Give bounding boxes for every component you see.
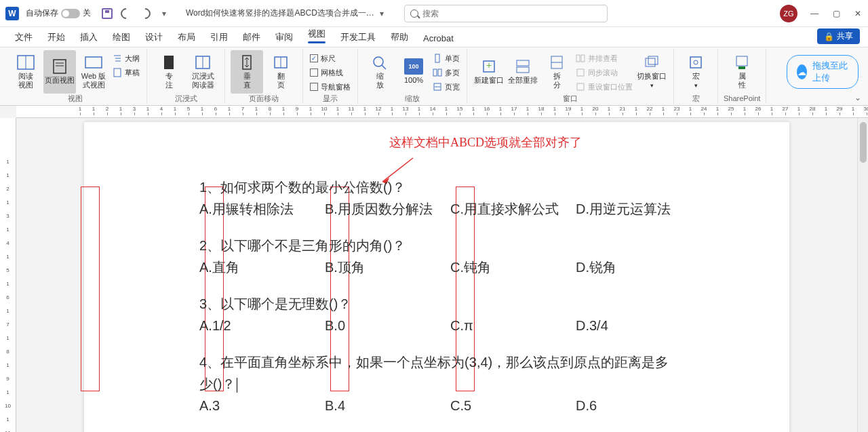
question-text[interactable]: 2、以下哪个不是三角形的内角()？ bbox=[199, 235, 674, 256]
option[interactable]: B.顶角 bbox=[325, 256, 450, 278]
question-text[interactable]: 4、在平面直角坐标系中，如果一个点坐标为(3,4)，那么该点到原点的距离是多少(… bbox=[199, 351, 674, 395]
option[interactable]: D.用逆元运算法 bbox=[576, 198, 671, 220]
option[interactable]: D.3/4 bbox=[576, 315, 608, 336]
tab-view[interactable]: 视图 bbox=[301, 24, 332, 47]
save-button[interactable] bbox=[99, 5, 115, 22]
search-box[interactable] bbox=[404, 5, 608, 22]
switch-window-button[interactable]: 切换窗口▾ bbox=[635, 50, 668, 94]
option[interactable]: A.1/2 bbox=[199, 315, 325, 336]
flip-button[interactable]: 翻 页 bbox=[264, 50, 297, 94]
pagewidth-button[interactable]: 页宽 bbox=[431, 80, 461, 94]
gridlines-checkbox[interactable]: 网格线 bbox=[309, 66, 352, 79]
tab-references[interactable]: 引用 bbox=[203, 28, 235, 47]
group-label: 宏 bbox=[692, 94, 700, 104]
chevron-down-icon: ▾ bbox=[694, 82, 698, 90]
draft-button[interactable]: 草稿 bbox=[111, 66, 141, 79]
share-button[interactable]: 🔒 共享 bbox=[817, 28, 860, 44]
group-label: 缩放 bbox=[405, 94, 420, 104]
vertical-button[interactable]: 垂 直 bbox=[231, 50, 263, 94]
close-button[interactable]: ✕ bbox=[853, 9, 863, 18]
option[interactable]: C.5 bbox=[450, 395, 576, 416]
option[interactable]: C.钝角 bbox=[450, 256, 576, 278]
undo-button[interactable] bbox=[118, 5, 134, 22]
outline-button[interactable]: 大纲 bbox=[111, 52, 141, 65]
immersive-reader-button[interactable]: 沉浸式 阅读器 bbox=[186, 50, 219, 94]
tab-design[interactable]: 设计 bbox=[138, 28, 170, 47]
question-block[interactable]: 1、如何求两个数的最小公倍数()？A.用辗转相除法B.用质因数分解法C.用直接求… bbox=[199, 176, 674, 220]
tab-insert[interactable]: 插入 bbox=[73, 28, 104, 47]
option[interactable]: A.直角 bbox=[199, 256, 325, 278]
group-pagemove: 垂 直 翻 页 页面移动 bbox=[225, 49, 303, 104]
autosave-toggle[interactable] bbox=[61, 9, 80, 18]
ruler-checkbox[interactable]: ✓标尺 bbox=[309, 52, 352, 65]
option[interactable]: B.4 bbox=[325, 395, 450, 416]
option[interactable]: D.锐角 bbox=[576, 256, 616, 278]
svg-line-18 bbox=[382, 65, 386, 69]
question-text[interactable]: 3、以下哪个是无理数()？ bbox=[199, 293, 674, 315]
autosave[interactable]: 自动保存 关 bbox=[26, 7, 91, 19]
tab-home[interactable]: 开始 bbox=[41, 28, 72, 47]
align-box-a bbox=[81, 186, 100, 391]
navpane-checkbox[interactable]: 导航窗格 bbox=[309, 80, 352, 94]
reading-icon bbox=[16, 54, 35, 71]
qat-more[interactable]: ▾ bbox=[156, 5, 172, 22]
split-icon bbox=[547, 54, 566, 71]
reading-view-button[interactable]: 阅读 视图 bbox=[9, 50, 42, 94]
draft-icon bbox=[113, 68, 122, 77]
zoom-button[interactable]: 缩 放 bbox=[363, 50, 396, 94]
option[interactable]: D.6 bbox=[576, 395, 597, 416]
question-text[interactable]: 1、如何求两个数的最小公倍数()？ bbox=[199, 176, 674, 198]
option[interactable]: B.0 bbox=[325, 315, 450, 336]
group-views: 阅读 视图 页面视图 Web 版式视图 大纲 草稿 视图 bbox=[4, 49, 147, 104]
macro-button[interactable]: 宏▾ bbox=[679, 50, 712, 94]
arrange-all-button[interactable]: 全部重排 bbox=[507, 50, 539, 94]
document-page[interactable]: 这样文档中ABCD选项就全部对齐了 1、如何求两个数的最小公倍数()？A.用辗转… bbox=[84, 122, 789, 432]
upload-button[interactable]: ☁ 拖拽至此上传 bbox=[787, 55, 859, 89]
collapse-ribbon-button[interactable]: ⌄ bbox=[854, 93, 861, 102]
option[interactable]: C.用直接求解公式 bbox=[450, 198, 576, 220]
sync-scroll-button: 同步滚动 bbox=[574, 66, 634, 79]
properties-icon bbox=[732, 54, 751, 71]
share-label: 共享 bbox=[837, 31, 853, 42]
tab-file[interactable]: 文件 bbox=[8, 28, 39, 47]
option[interactable]: C.π bbox=[450, 315, 576, 336]
search-input[interactable] bbox=[422, 9, 601, 18]
tab-acrobat[interactable]: Acrobat bbox=[416, 30, 460, 47]
option[interactable]: A.3 bbox=[199, 395, 325, 416]
question-block[interactable]: 2、以下哪个不是三角形的内角()？A.直角B.顶角C.钝角D.锐角 bbox=[199, 235, 674, 278]
onepage-button[interactable]: 单页 bbox=[431, 52, 461, 65]
group-label: 沉浸式 bbox=[175, 94, 197, 104]
tab-review[interactable]: 审阅 bbox=[269, 28, 300, 47]
maximize-button[interactable]: ▢ bbox=[831, 9, 841, 18]
web-layout-button[interactable]: Web 版式视图 bbox=[77, 50, 110, 94]
redo-button[interactable] bbox=[137, 5, 153, 22]
page-scroll[interactable]: 这样文档中ABCD选项就全部对齐了 1、如何求两个数的最小公倍数()？A.用辗转… bbox=[16, 118, 857, 432]
title-dropdown-icon[interactable]: ▾ bbox=[380, 9, 384, 18]
scrollbar-thumb[interactable] bbox=[860, 122, 867, 163]
tab-devtools[interactable]: 开发工具 bbox=[334, 28, 382, 47]
annotation-text: 这样文档中ABCD选项就全部对齐了 bbox=[389, 134, 582, 151]
multipage-button[interactable]: 多页 bbox=[431, 66, 461, 79]
properties-button[interactable]: 属 性 bbox=[726, 50, 758, 94]
tab-layout[interactable]: 布局 bbox=[171, 28, 202, 47]
svg-rect-26 bbox=[517, 60, 529, 66]
tab-mailings[interactable]: 邮件 bbox=[236, 28, 267, 47]
tab-help[interactable]: 帮助 bbox=[384, 28, 415, 47]
avatar[interactable]: ZG bbox=[780, 5, 797, 22]
minimize-button[interactable]: — bbox=[810, 9, 819, 18]
vertical-ruler[interactable]: 11213141516171819110111112113 bbox=[0, 118, 16, 432]
new-window-button[interactable]: +新建窗口 bbox=[473, 50, 505, 94]
focus-button[interactable]: 专 注 bbox=[153, 50, 185, 94]
horizontal-ruler[interactable]: 1121314151617181911011111211311411511611… bbox=[16, 106, 868, 118]
outline-icon bbox=[113, 54, 122, 63]
tab-draw[interactable]: 绘图 bbox=[106, 28, 137, 47]
split-button[interactable]: 拆 分 bbox=[540, 50, 573, 94]
option[interactable]: B.用质因数分解法 bbox=[325, 198, 450, 220]
vertical-scrollbar[interactable] bbox=[857, 118, 868, 432]
question-block[interactable]: 3、以下哪个是无理数()？A.1/2B.0C.πD.3/4 bbox=[199, 293, 674, 336]
option[interactable]: A.用辗转相除法 bbox=[199, 198, 325, 220]
question-block[interactable]: 4、在平面直角坐标系中，如果一个点坐标为(3,4)，那么该点到原点的距离是多少(… bbox=[199, 351, 674, 416]
print-layout-button[interactable]: 页面视图 bbox=[43, 50, 76, 94]
svg-rect-2 bbox=[54, 60, 66, 73]
hundred-button[interactable]: 100100% bbox=[397, 50, 430, 94]
